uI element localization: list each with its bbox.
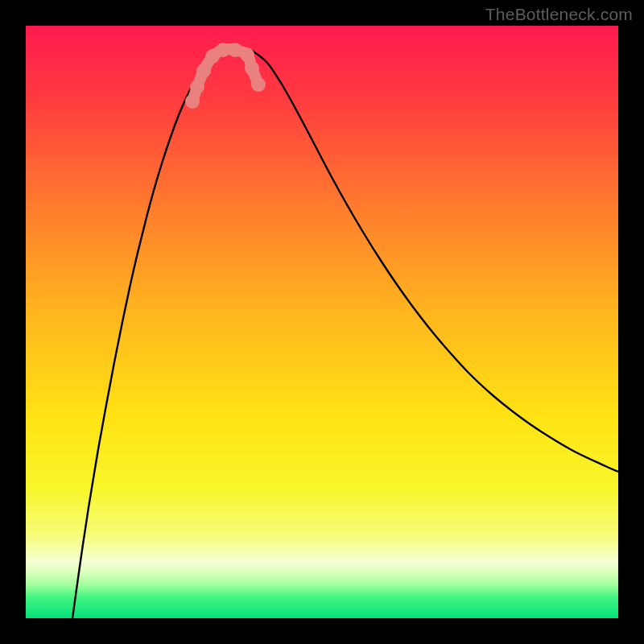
svg-point-9 — [251, 77, 266, 92]
svg-point-7 — [240, 47, 254, 62]
svg-point-1 — [185, 94, 200, 109]
svg-point-2 — [190, 80, 204, 94]
curve-dip-markers — [185, 43, 266, 109]
plot-area — [26, 26, 618, 618]
bottleneck-curve — [26, 26, 618, 618]
watermark-text: TheBottleneck.com — [485, 5, 633, 24]
curve-right-branch — [251, 50, 618, 472]
svg-point-8 — [245, 61, 259, 76]
curve-left-branch — [72, 50, 218, 618]
svg-point-3 — [196, 64, 211, 78]
